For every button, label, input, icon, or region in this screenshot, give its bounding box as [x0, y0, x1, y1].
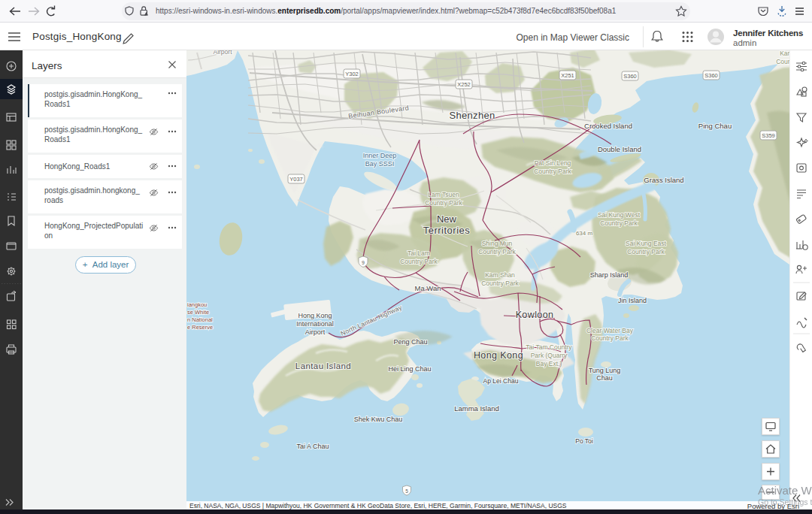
svg-text:iangkou: iangkou	[187, 301, 207, 308]
svg-text:Ma Wan: Ma Wan	[414, 284, 441, 292]
svg-text:Country Park: Country Park	[627, 248, 665, 255]
svg-text:Double Island: Double Island	[598, 145, 641, 153]
svg-text:Lantau Island: Lantau Island	[295, 361, 351, 370]
svg-text:Park (Quarry: Park (Quarry	[531, 352, 568, 359]
svg-text:n National: n National	[187, 316, 213, 323]
svg-text:Crooked Island: Crooked Island	[584, 122, 632, 130]
svg-text:Po Toi: Po Toi	[575, 437, 593, 445]
svg-text:e Reserve: e Reserve	[187, 324, 213, 331]
svg-text:Kam Shan: Kam Shan	[485, 271, 515, 279]
svg-text:Tai A Chau: Tai A Chau	[296, 443, 329, 450]
svg-text:Inner Deep: Inner Deep	[363, 152, 397, 159]
svg-text:Pat Sin Leng: Pat Sin Leng	[535, 159, 571, 167]
svg-text:Sai Kung East: Sai Kung East	[626, 240, 667, 247]
svg-text:se White: se White	[187, 309, 209, 316]
svg-text:Shing Mun: Shing Mun	[482, 240, 513, 247]
svg-text:Hei Ling Chau: Hei Ling Chau	[388, 365, 431, 373]
svg-text:Sharp Island: Sharp Island	[590, 271, 629, 279]
svg-text:Tai Tam Country: Tai Tam Country	[526, 343, 572, 351]
svg-text:Ap Lei Chau: Ap Lei Chau	[483, 377, 519, 385]
svg-text:S359: S359	[762, 132, 775, 139]
svg-text:Peng Chau: Peng Chau	[393, 338, 427, 346]
svg-text:Country Park: Country Park	[400, 258, 438, 265]
svg-text:Shenzhen: Shenzhen	[450, 110, 495, 121]
svg-text:Country Park: Country Park	[600, 219, 638, 227]
svg-text:Y037: Y037	[289, 176, 303, 183]
svg-text:X251: X251	[561, 72, 574, 79]
svg-text:New: New	[437, 213, 457, 225]
svg-text:Sai Kung West: Sai Kung West	[598, 211, 641, 219]
svg-text:Airport: Airport	[213, 50, 232, 56]
svg-text:International: International	[296, 320, 334, 328]
svg-text:Country Park: Country Park	[425, 199, 462, 207]
svg-text:Bay Ext.): Bay Ext.)	[536, 360, 562, 367]
svg-text:Kowloon: Kowloon	[516, 310, 554, 320]
svg-text:Jin Island: Jin Island	[618, 297, 647, 304]
svg-text:X252: X252	[457, 81, 471, 88]
svg-text:9: 9	[362, 260, 365, 265]
svg-text:Hong Kong: Hong Kong	[298, 312, 332, 319]
svg-text:Chau: Chau	[596, 374, 613, 382]
svg-text:Grass Island: Grass Island	[644, 176, 683, 184]
svg-text:5: 5	[405, 488, 408, 494]
svg-text:Y302: Y302	[345, 71, 359, 77]
svg-text:Country Park: Country Park	[534, 168, 571, 175]
svg-text:Hong Kong: Hong Kong	[474, 350, 523, 361]
svg-text:Shek Kwu Chau: Shek Kwu Chau	[354, 416, 403, 423]
svg-text:Country Park: Country Park	[481, 280, 519, 287]
svg-text:S360: S360	[623, 73, 637, 80]
svg-text:634 m: 634 m	[576, 230, 593, 237]
svg-text:Territories: Territories	[423, 225, 471, 236]
svg-text:Tai Lam: Tai Lam	[408, 249, 430, 257]
svg-text:Airport: Airport	[305, 328, 326, 336]
svg-text:Lamma Island: Lamma Island	[454, 404, 499, 413]
svg-text:Country Park: Country Park	[478, 248, 516, 255]
svg-text:Clear Water Bay: Clear Water Bay	[586, 327, 634, 334]
svg-text:Bay SSSI: Bay SSSI	[365, 160, 395, 168]
svg-text:S360: S360	[704, 72, 718, 79]
svg-text:Lam Tsuen: Lam Tsuen	[428, 191, 459, 198]
svg-text:Ping Chau: Ping Chau	[698, 122, 732, 130]
svg-text:Country Park: Country Park	[591, 334, 629, 342]
svg-text:Tung Lung: Tung Lung	[589, 367, 621, 374]
